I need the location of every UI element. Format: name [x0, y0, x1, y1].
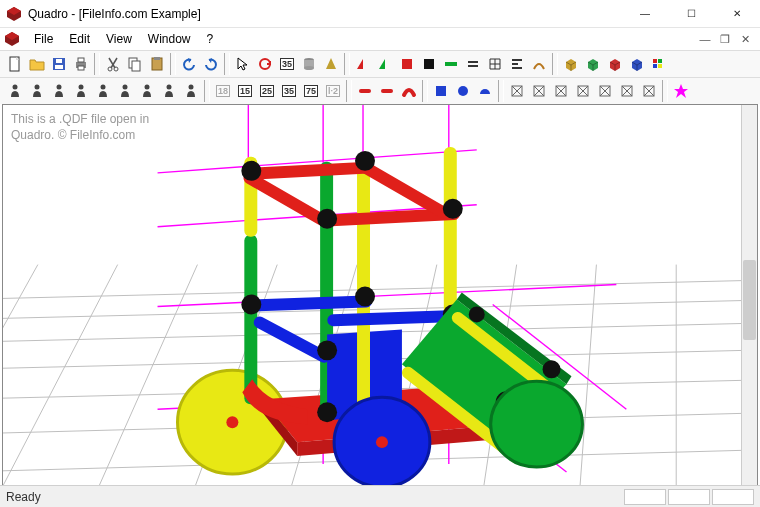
tube35-icon[interactable]: 35	[276, 53, 298, 75]
scrollbar-vertical[interactable]	[741, 105, 757, 492]
tool-a-icon[interactable]	[506, 80, 528, 102]
close-button[interactable]: ✕	[714, 0, 760, 28]
mdi-restore-button[interactable]: ❐	[718, 33, 732, 46]
menu-file[interactable]: File	[26, 30, 61, 48]
man8-icon[interactable]	[158, 80, 180, 102]
redtube2-icon[interactable]	[376, 80, 398, 102]
size18-icon: 18	[212, 80, 234, 102]
svg-point-75	[317, 209, 337, 229]
align-icon[interactable]	[506, 53, 528, 75]
svg-point-73	[241, 161, 261, 181]
minimize-button[interactable]: —	[622, 0, 668, 28]
bluebox-icon[interactable]	[430, 80, 452, 102]
box3d-4-icon[interactable]	[626, 53, 648, 75]
size25-icon[interactable]: 25	[256, 80, 278, 102]
cylinder-icon[interactable]	[298, 53, 320, 75]
svg-point-76	[443, 199, 463, 219]
svg-rect-23	[445, 62, 457, 66]
size75-icon[interactable]: 75	[300, 80, 322, 102]
svg-rect-63	[357, 155, 370, 409]
bluecircle-icon[interactable]	[452, 80, 474, 102]
man6-icon[interactable]	[114, 80, 136, 102]
svg-point-34	[145, 85, 150, 90]
copy-icon[interactable]	[124, 53, 146, 75]
thread-icon[interactable]	[528, 53, 550, 75]
grid-icon[interactable]	[484, 53, 506, 75]
tool-e-icon[interactable]	[594, 80, 616, 102]
cut-icon[interactable]	[102, 53, 124, 75]
palette-icon[interactable]	[648, 53, 670, 75]
print-icon[interactable]	[70, 53, 92, 75]
tool-b-icon[interactable]	[528, 80, 550, 102]
green-plate-icon[interactable]	[440, 53, 462, 75]
menu-view[interactable]: View	[98, 30, 140, 48]
titlebar: Quadro - [FileInfo.com Example] — ☐ ✕	[0, 0, 760, 28]
menu-help[interactable]: ?	[199, 30, 222, 48]
man3-icon[interactable]	[48, 80, 70, 102]
svg-rect-22	[424, 59, 434, 69]
redtube-icon[interactable]	[354, 80, 376, 102]
bluesemi-icon[interactable]	[474, 80, 496, 102]
cone-icon[interactable]	[320, 53, 342, 75]
mdi-minimize-button[interactable]: —	[698, 33, 712, 46]
man7-icon[interactable]	[136, 80, 158, 102]
menu-edit[interactable]: Edit	[61, 30, 98, 48]
status-text: Ready	[6, 490, 41, 504]
magenta-star-icon[interactable]	[670, 80, 692, 102]
save-icon[interactable]	[48, 53, 70, 75]
redcurve-icon[interactable]	[398, 80, 420, 102]
pointer-icon[interactable]	[232, 53, 254, 75]
size35-icon[interactable]: 35	[278, 80, 300, 102]
svg-rect-6	[55, 65, 63, 69]
svg-rect-9	[78, 58, 84, 62]
svg-rect-66	[252, 295, 372, 311]
statusbar: Ready	[0, 485, 760, 507]
svg-rect-16	[154, 57, 160, 60]
svg-point-81	[317, 402, 337, 422]
tool-d-icon[interactable]	[572, 80, 594, 102]
size15-icon[interactable]: 15	[234, 80, 256, 102]
redo-icon[interactable]	[200, 53, 222, 75]
open-icon[interactable]	[26, 53, 48, 75]
svg-point-32	[101, 85, 106, 90]
svg-rect-7	[56, 59, 62, 63]
svg-point-12	[114, 67, 118, 71]
svg-point-30	[57, 85, 62, 90]
equal-icon[interactable]	[462, 53, 484, 75]
window-title: Quadro - [FileInfo.com Example]	[28, 7, 622, 21]
man2-icon[interactable]	[26, 80, 48, 102]
red-a-icon[interactable]	[352, 53, 374, 75]
rotate-icon[interactable]	[254, 53, 276, 75]
new-icon[interactable]	[4, 53, 26, 75]
tool-c-icon[interactable]	[550, 80, 572, 102]
toolbar-row-2: 1815253575l·2	[0, 77, 760, 104]
svg-point-36	[189, 85, 194, 90]
paste-icon[interactable]	[146, 53, 168, 75]
maximize-button[interactable]: ☐	[668, 0, 714, 28]
svg-point-11	[108, 67, 112, 71]
black-box-icon[interactable]	[418, 53, 440, 75]
mdi-close-button[interactable]: ✕	[738, 33, 752, 46]
app-icon	[6, 6, 22, 22]
menu-window[interactable]: Window	[140, 30, 199, 48]
svg-point-33	[123, 85, 128, 90]
green-a-icon[interactable]	[374, 53, 396, 75]
status-pane-3	[712, 489, 754, 505]
man9-icon[interactable]	[180, 80, 202, 102]
svg-rect-24	[653, 59, 657, 63]
man4-icon[interactable]	[70, 80, 92, 102]
undo-icon[interactable]	[178, 53, 200, 75]
tool-g-icon[interactable]	[638, 80, 660, 102]
box3d-3-icon[interactable]	[604, 53, 626, 75]
viewport-3d[interactable]	[3, 105, 741, 492]
red-box-icon[interactable]	[396, 53, 418, 75]
menubar: FileEditViewWindow? — ❐ ✕	[0, 28, 760, 50]
svg-line-54	[158, 285, 617, 307]
man5-icon[interactable]	[92, 80, 114, 102]
man1-icon[interactable]	[4, 80, 26, 102]
box3d-1-icon[interactable]	[560, 53, 582, 75]
box3d-2-icon[interactable]	[582, 53, 604, 75]
tool-f-icon[interactable]	[616, 80, 638, 102]
svg-rect-10	[78, 66, 84, 70]
svg-point-20	[304, 66, 314, 70]
